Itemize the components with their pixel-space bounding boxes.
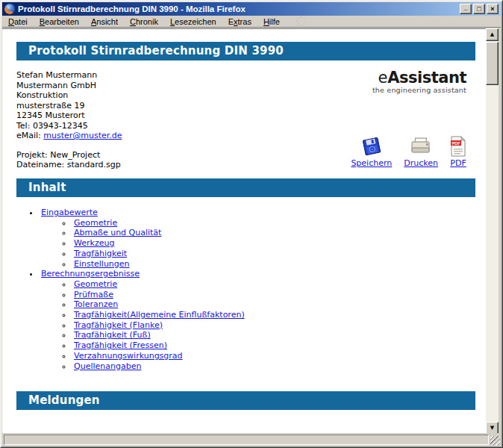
toc-group: Berechnungsergebnisse Geometrie Prüfmaße… <box>40 269 475 371</box>
toc-link-geometrie-ergebnis[interactable]: Geometrie <box>74 279 117 289</box>
throbber-icon <box>296 16 306 26</box>
menu-extras-pre: E <box>228 17 234 26</box>
toc-item: Verzahnungswirkungsgrad <box>72 351 475 361</box>
print-action[interactable]: Drucken <box>404 136 438 168</box>
menu-bearbeiten-post: earbeiten <box>45 17 79 26</box>
resize-grip-icon[interactable] <box>490 436 500 446</box>
save-link[interactable]: Speichern <box>351 158 392 168</box>
save-floppy-icon <box>362 136 381 157</box>
print-link[interactable]: Drucken <box>404 158 438 168</box>
address-block: Stefan Mustermann Mustermann GmbH Konstr… <box>16 70 122 178</box>
firefox-window: { "window": { "title": "Protokoll Stirnr… <box>0 0 503 448</box>
toc-sublist: Geometrie Prüfmaße Toleranzen Tragfähigk… <box>72 279 475 371</box>
logo-tagline: the engineering assistant <box>372 87 466 94</box>
printer-icon <box>410 136 432 157</box>
toc-item: Quellenangaben <box>72 361 475 372</box>
page-title: Protokoll Stirnradberechnung DIN 3990 <box>16 42 475 60</box>
menu-ansicht[interactable]: Ansicht <box>85 16 124 27</box>
title-bar[interactable]: Protokoll Stirnradberechnung DIN 3990 - … <box>2 2 501 16</box>
menu-chronik[interactable]: Chronik <box>124 16 164 27</box>
logo-name: Assistant <box>387 69 466 87</box>
menu-ansicht-post: nsicht <box>96 17 118 26</box>
menu-extras-post: tras <box>238 17 251 26</box>
toc-item: Geometrie <box>72 218 475 228</box>
toc-header: Inhalt <box>16 178 475 197</box>
toc-link-werkzeug[interactable]: Werkzeug <box>74 238 114 248</box>
vertical-scrollbar[interactable]: ▲ ▼ <box>486 28 499 435</box>
menu-chronik-post: hronik <box>136 17 158 26</box>
menu-bearbeiten[interactable]: Bearbeiten <box>34 16 85 27</box>
menu-lesezeichen[interactable]: Lesezeichen <box>164 16 222 27</box>
logo-wordmark: eAssistant <box>372 70 466 86</box>
logo-e: e <box>378 69 387 87</box>
toc-link-geometrie-eingabe[interactable]: Geometrie <box>74 218 117 228</box>
toc-link-eingabewerte[interactable]: Eingabewerte <box>41 208 98 217</box>
email-label: eMail: <box>16 131 41 140</box>
menu-bar: Datei Bearbeiten Ansicht Chronik Lesezei… <box>2 16 501 28</box>
pdf-file-icon: PDF <box>450 136 466 157</box>
email-line: eMail: muster@muster.de <box>16 131 122 141</box>
menu-extras[interactable]: Extras <box>222 16 257 27</box>
browser-viewport: Protokoll Stirnradberechnung DIN 3990 St… <box>2 28 486 435</box>
toc-item: Tragfähigkeit (Fressen) <box>72 340 475 351</box>
toc-list: Eingabewerte Geometrie Abmaße und Qualit… <box>40 208 475 371</box>
toc-item: Geometrie <box>72 279 475 290</box>
pdf-action[interactable]: PDF PDF <box>450 136 466 168</box>
toc-link-berechnungsergebnisse[interactable]: Berechnungsergebnisse <box>41 269 140 279</box>
maximize-button[interactable]: □ <box>473 4 485 14</box>
toc-link-einstellungen[interactable]: Einstellungen <box>74 259 130 269</box>
address-line: 12345 Musterort <box>16 111 122 121</box>
menu-hilfe-key: H <box>263 17 269 26</box>
email-link[interactable]: muster@muster.de <box>43 131 122 140</box>
toc-link-verzahnungswirkungsgrad[interactable]: Verzahnungswirkungsgrad <box>74 351 183 361</box>
filename-line: Dateiname: standard.sgp <box>16 160 122 170</box>
toc-link-pruefmasse[interactable]: Prüfmaße <box>74 290 113 299</box>
menu-chronik-key: C <box>130 17 136 26</box>
right-column: eAssistant the engineering assistant <box>349 70 475 178</box>
address-line: musterstraße 19 <box>16 101 122 111</box>
project-value: New_Project <box>50 150 100 160</box>
action-buttons: Speichern Drucken <box>351 136 466 168</box>
toc-link-tragfaehigkeit-fressen[interactable]: Tragfähigkeit (Fressen) <box>74 340 167 350</box>
toc-item: Werkzeug <box>72 238 475 249</box>
scroll-up-button[interactable]: ▲ <box>486 28 499 41</box>
address-lines: Stefan Mustermann Mustermann GmbH Konstr… <box>16 70 122 141</box>
toc-link-tragfaehigkeit-allgemein[interactable]: Tragfähigkeit(Allgemeine Einflußfaktoren… <box>74 310 245 320</box>
toc-link-toleranzen[interactable]: Toleranzen <box>74 299 118 309</box>
address-line: Stefan Mustermann <box>16 70 122 81</box>
toc-link-tragfaehigkeit-fuss[interactable]: Tragfähigkeit (Fuß) <box>74 330 151 340</box>
menu-hilfe[interactable]: Hilfe <box>257 16 286 27</box>
address-line: Tel: 03943-12345 <box>16 121 122 131</box>
project-line: Projekt: New_Project <box>16 150 122 161</box>
filename-label: Dateiname: <box>16 160 64 169</box>
toc-item: Tragfähigkeit (Flanke) <box>72 320 475 331</box>
report-page: Protokoll Stirnradberechnung DIN 3990 St… <box>2 29 486 410</box>
status-panel <box>4 435 489 445</box>
toc-link-tragfaehigkeit-flanke[interactable]: Tragfähigkeit (Flanke) <box>74 320 163 330</box>
save-action[interactable]: Speichern <box>351 136 392 168</box>
address-line: Konstruktion <box>16 90 122 101</box>
table-of-contents: Eingabewerte Geometrie Abmaße und Qualit… <box>16 208 475 371</box>
menu-lesezeichen-post: esezeichen <box>175 17 216 26</box>
address-line: Mustermann GmbH <box>16 81 122 91</box>
scrollbar-thumb[interactable] <box>486 42 499 85</box>
menu-datei[interactable]: Datei <box>2 16 34 27</box>
toc-sublist: Geometrie Abmaße und Qualität Werkzeug T… <box>72 218 475 270</box>
toc-link-quellenangaben[interactable]: Quellenangaben <box>74 361 141 371</box>
toc-link-tragfaehigkeit-eingabe[interactable]: Tragfähigkeit <box>74 249 127 258</box>
messages-header: Meldungen <box>16 391 475 410</box>
status-bar <box>2 433 501 447</box>
pdf-link[interactable]: PDF <box>450 158 466 168</box>
toc-item: Tragfähigkeit <box>72 249 475 259</box>
filename-value: standard.sgp <box>67 160 121 169</box>
toc-link-abmasse-qualitaet[interactable]: Abmaße und Qualität <box>74 228 161 237</box>
menu-bearbeiten-key: B <box>40 17 45 26</box>
toc-item: Toleranzen <box>72 299 475 310</box>
menu-datei-post: atei <box>14 17 28 26</box>
minimize-button[interactable]: _ <box>460 4 472 14</box>
toc-group: Eingabewerte Geometrie Abmaße und Qualit… <box>40 208 475 269</box>
close-button[interactable]: × <box>487 4 499 14</box>
firefox-icon <box>4 4 15 14</box>
header-row: Stefan Mustermann Mustermann GmbH Konstr… <box>16 70 475 178</box>
project-label: Projekt: <box>16 150 48 160</box>
